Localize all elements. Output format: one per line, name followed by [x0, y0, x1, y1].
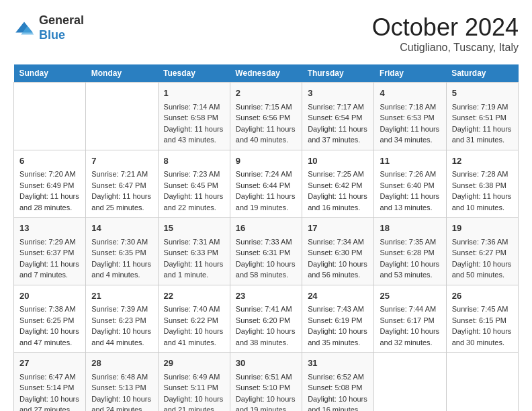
daylight-hours: Daylight: 11 hours and 31 minutes. [452, 125, 512, 144]
daylight-hours: Daylight: 10 hours and 53 minutes. [380, 260, 439, 279]
sunrise-time: Sunrise: 6:48 AM [91, 373, 148, 381]
sunrise-time: Sunrise: 7:33 AM [236, 238, 292, 246]
sunset-time: Sunset: 6:25 PM [19, 316, 74, 324]
logo: General Blue [13, 13, 84, 42]
daylight-hours: Daylight: 10 hours and 32 minutes. [380, 327, 439, 347]
sunrise-time: Sunrise: 7:35 AM [380, 238, 436, 246]
sunrise-time: Sunrise: 7:18 AM [380, 103, 436, 111]
day-number: 7 [91, 154, 152, 168]
day-number: 18 [380, 222, 440, 235]
calendar-cell: 16Sunrise: 7:33 AMSunset: 6:31 PMDayligh… [230, 218, 302, 285]
logo-icon [13, 17, 35, 39]
day-header-friday: Friday [374, 64, 446, 83]
sunset-time: Sunset: 6:23 PM [91, 316, 146, 324]
day-number: 31 [308, 357, 368, 370]
daylight-hours: Daylight: 10 hours and 21 minutes. [164, 395, 224, 412]
day-number: 30 [236, 357, 296, 370]
sunrise-time: Sunrise: 7:19 AM [452, 103, 508, 111]
sunset-time: Sunset: 6:54 PM [308, 113, 362, 122]
day-number: 21 [91, 289, 152, 303]
day-number: 3 [308, 87, 368, 100]
sunset-time: Sunset: 6:51 PM [452, 113, 506, 122]
week-row-3: 13Sunrise: 7:29 AMSunset: 6:37 PMDayligh… [14, 218, 519, 285]
sunset-time: Sunset: 6:27 PM [452, 248, 506, 257]
location: Cutigliano, Tuscany, Italy [372, 42, 519, 54]
sunset-time: Sunset: 6:31 PM [236, 248, 290, 257]
sunset-time: Sunset: 6:45 PM [164, 181, 218, 189]
day-header-monday: Monday [86, 64, 158, 83]
sunrise-time: Sunrise: 7:23 AM [164, 170, 220, 178]
month-title: October 2024 [372, 13, 519, 42]
calendar-cell: 11Sunrise: 7:26 AMSunset: 6:40 PMDayligh… [374, 150, 446, 218]
sunrise-time: Sunrise: 7:24 AM [236, 170, 292, 178]
daylight-hours: Daylight: 11 hours and 34 minutes. [380, 125, 439, 144]
sunrise-time: Sunrise: 7:30 AM [91, 238, 148, 246]
week-row-5: 27Sunrise: 6:47 AMSunset: 5:14 PMDayligh… [14, 353, 519, 412]
day-number: 15 [164, 222, 224, 235]
day-number: 22 [164, 289, 224, 303]
daylight-hours: Daylight: 11 hours and 4 minutes. [91, 260, 151, 279]
sunrise-time: Sunrise: 7:21 AM [91, 170, 148, 178]
daylight-hours: Daylight: 11 hours and 19 minutes. [236, 192, 296, 212]
day-number: 2 [236, 87, 296, 100]
calendar-cell: 27Sunrise: 6:47 AMSunset: 5:14 PMDayligh… [14, 353, 86, 412]
calendar-cell [446, 353, 518, 412]
sunrise-time: Sunrise: 7:36 AM [452, 238, 508, 246]
calendar-cell: 24Sunrise: 7:43 AMSunset: 6:19 PMDayligh… [302, 285, 374, 353]
sunrise-time: Sunrise: 7:44 AM [380, 305, 436, 313]
calendar-cell: 7Sunrise: 7:21 AMSunset: 6:47 PMDaylight… [86, 150, 158, 218]
day-number: 4 [380, 87, 440, 100]
calendar-cell: 3Sunrise: 7:17 AMSunset: 6:54 PMDaylight… [302, 83, 374, 150]
sunset-time: Sunset: 5:10 PM [236, 383, 290, 392]
sunrise-time: Sunrise: 7:29 AM [19, 238, 76, 246]
calendar-cell: 26Sunrise: 7:45 AMSunset: 6:15 PMDayligh… [446, 285, 518, 353]
sunrise-time: Sunrise: 7:40 AM [164, 305, 220, 313]
sunrise-time: Sunrise: 7:15 AM [236, 103, 292, 111]
page-header: General Blue October 2024 Cutigliano, Tu… [13, 13, 519, 54]
day-number: 25 [380, 289, 440, 303]
day-number: 11 [380, 154, 440, 168]
daylight-hours: Daylight: 11 hours and 37 minutes. [308, 125, 367, 144]
sunrise-time: Sunrise: 7:38 AM [19, 305, 76, 313]
week-row-2: 6Sunrise: 7:20 AMSunset: 6:49 PMDaylight… [14, 150, 519, 218]
daylight-hours: Daylight: 10 hours and 41 minutes. [164, 327, 224, 347]
daylight-hours: Daylight: 11 hours and 25 minutes. [91, 192, 151, 212]
calendar-cell: 29Sunrise: 6:49 AMSunset: 5:11 PMDayligh… [158, 353, 230, 412]
daylight-hours: Daylight: 10 hours and 19 minutes. [236, 395, 296, 412]
daylight-hours: Daylight: 10 hours and 16 minutes. [308, 395, 367, 412]
week-row-1: 1Sunrise: 7:14 AMSunset: 6:58 PMDaylight… [14, 83, 519, 150]
sunset-time: Sunset: 6:19 PM [308, 316, 362, 324]
daylight-hours: Daylight: 11 hours and 10 minutes. [452, 192, 512, 212]
day-header-thursday: Thursday [302, 64, 374, 83]
header-row: SundayMondayTuesdayWednesdayThursdayFrid… [14, 64, 519, 83]
calendar-cell: 25Sunrise: 7:44 AMSunset: 6:17 PMDayligh… [374, 285, 446, 353]
daylight-hours: Daylight: 10 hours and 56 minutes. [308, 260, 367, 279]
sunset-time: Sunset: 6:30 PM [308, 248, 362, 257]
sunrise-time: Sunrise: 7:39 AM [91, 305, 148, 313]
calendar-cell: 12Sunrise: 7:28 AMSunset: 6:38 PMDayligh… [446, 150, 518, 218]
calendar-cell: 23Sunrise: 7:41 AMSunset: 6:20 PMDayligh… [230, 285, 302, 353]
day-number: 5 [452, 87, 513, 100]
sunrise-time: Sunrise: 7:43 AM [308, 305, 364, 313]
sunrise-time: Sunrise: 7:17 AM [308, 103, 364, 111]
sunset-time: Sunset: 5:11 PM [164, 383, 218, 392]
day-number: 29 [164, 357, 224, 370]
calendar-cell: 13Sunrise: 7:29 AMSunset: 6:37 PMDayligh… [14, 218, 86, 285]
sunset-time: Sunset: 5:13 PM [91, 383, 146, 392]
daylight-hours: Daylight: 11 hours and 40 minutes. [236, 125, 296, 144]
day-number: 6 [19, 154, 80, 168]
calendar-cell: 30Sunrise: 6:51 AMSunset: 5:10 PMDayligh… [230, 353, 302, 412]
day-number: 1 [164, 87, 224, 100]
calendar-cell: 10Sunrise: 7:25 AMSunset: 6:42 PMDayligh… [302, 150, 374, 218]
sunrise-time: Sunrise: 7:45 AM [452, 305, 508, 313]
daylight-hours: Daylight: 10 hours and 30 minutes. [452, 327, 512, 347]
calendar-cell: 21Sunrise: 7:39 AMSunset: 6:23 PMDayligh… [86, 285, 158, 353]
daylight-hours: Daylight: 11 hours and 13 minutes. [380, 192, 439, 212]
calendar-cell [374, 353, 446, 412]
daylight-hours: Daylight: 10 hours and 27 minutes. [19, 395, 79, 412]
daylight-hours: Daylight: 11 hours and 7 minutes. [19, 260, 79, 279]
day-header-wednesday: Wednesday [230, 64, 302, 83]
sunrise-time: Sunrise: 7:41 AM [236, 305, 292, 313]
calendar-cell: 5Sunrise: 7:19 AMSunset: 6:51 PMDaylight… [446, 83, 518, 150]
calendar-cell: 20Sunrise: 7:38 AMSunset: 6:25 PMDayligh… [14, 285, 86, 353]
